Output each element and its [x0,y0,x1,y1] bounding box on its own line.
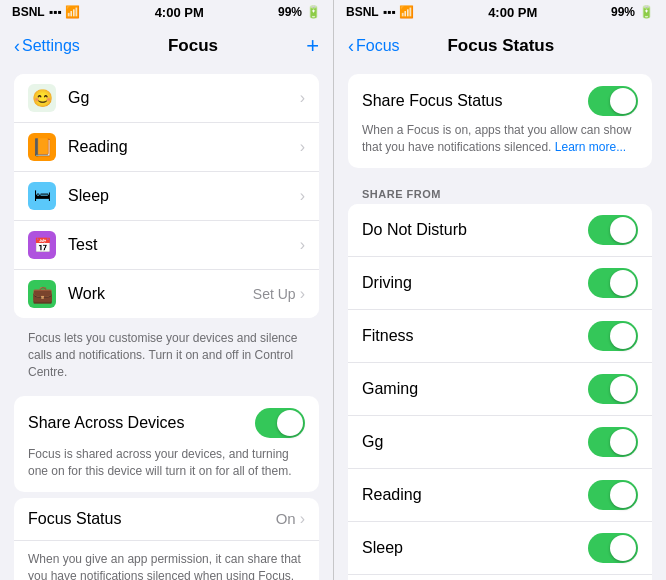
from-label-sleep: Sleep [362,539,588,557]
share-from-list: Do Not Disturb Driving Fitness Gaming Gg… [348,204,652,580]
nav-bar-right: ‹ Focus Focus Status [334,24,666,68]
sleep-toggle[interactable] [588,533,638,563]
gg-label: Gg [68,89,300,107]
status-left-right: BSNL ▪▪▪ 📶 [346,5,414,19]
setup-label: Set Up [253,286,296,302]
focus-status-label: Focus Status [28,510,276,528]
from-item-gaming: Gaming [348,363,652,416]
chevron-back-icon: ‹ [348,36,354,57]
share-from-header: SHARE FROM [334,174,666,204]
left-content: 😊 Gg › 📙 Reading › 🛏 Sleep › 📅 Test › 💼 [0,68,333,580]
list-item-gg[interactable]: 😊 Gg › [14,74,319,123]
nav-bar-left: ‹ Settings Focus + [0,24,333,68]
focus-status-section: Focus Status On › When you give an app p… [14,498,319,580]
nav-title-right: Focus Status [447,36,554,56]
status-right-left: 99% 🔋 [278,5,321,19]
share-across-label: Share Across Devices [28,414,185,432]
share-focus-title: Share Focus Status [362,92,503,110]
focus-status-value: On [276,510,296,527]
status-bar-left: BSNL ▪▪▪ 📶 4:00 PM 99% 🔋 [0,0,333,24]
from-label-fitness: Fitness [362,327,588,345]
share-across-desc: Focus is shared across your devices, and… [28,446,305,480]
share-focus-toggle[interactable] [588,86,638,116]
signal-icon-right: ▪▪▪ [383,5,396,19]
fitness-toggle[interactable] [588,321,638,351]
list-item-reading[interactable]: 📙 Reading › [14,123,319,172]
back-button-left[interactable]: ‹ Settings [14,36,80,57]
chevron-icon: › [300,187,305,205]
sleep-label: Sleep [68,187,300,205]
chevron-icon: › [300,89,305,107]
share-across-row: Share Across Devices [28,408,305,438]
list-item-sleep[interactable]: 🛏 Sleep › [14,172,319,221]
from-label-dnd: Do Not Disturb [362,221,588,239]
status-right-right: 99% 🔋 [611,5,654,19]
reading-toggle[interactable] [588,480,638,510]
battery-icon-right: 🔋 [639,5,654,19]
learn-more-link[interactable]: Learn more... [555,140,626,154]
share-focus-desc: When a Focus is on, apps that you allow … [362,122,638,156]
chevron-icon: › [300,510,305,528]
chevron-icon: › [300,285,305,303]
back-label-right: Focus [356,37,400,55]
from-item-driving: Driving [348,257,652,310]
focus-status-row[interactable]: Focus Status On › [14,498,319,541]
focus-footer-text: Focus lets you customise your devices an… [0,324,333,390]
carrier-left: BSNL [12,5,45,19]
reading-icon: 📙 [28,133,56,161]
signal-icon: ▪▪▪ [49,5,62,19]
list-item-test[interactable]: 📅 Test › [14,221,319,270]
left-panel: BSNL ▪▪▪ 📶 4:00 PM 99% 🔋 ‹ Settings Focu… [0,0,333,580]
from-label-reading: Reading [362,486,588,504]
wifi-icon-right: 📶 [399,5,414,19]
focus-list: 😊 Gg › 📙 Reading › 🛏 Sleep › 📅 Test › 💼 [14,74,319,318]
from-item-sleep: Sleep [348,522,652,575]
work-icon: 💼 [28,280,56,308]
sleep-icon: 🛏 [28,182,56,210]
wifi-icon: 📶 [65,5,80,19]
focus-status-footer: When you give an app permission, it can … [14,541,319,580]
from-item-reading: Reading [348,469,652,522]
reading-label: Reading [68,138,300,156]
from-item-gg: Gg [348,416,652,469]
add-focus-button[interactable]: + [306,33,319,59]
battery-right: 99% [611,5,635,19]
status-bar-right: BSNL ▪▪▪ 📶 4:00 PM 99% 🔋 [334,0,666,24]
from-item-fitness: Fitness [348,310,652,363]
status-left: BSNL ▪▪▪ 📶 [12,5,80,19]
battery-icon-left: 🔋 [306,5,321,19]
test-label: Test [68,236,300,254]
chevron-icon: › [300,236,305,254]
from-label-gaming: Gaming [362,380,588,398]
test-icon: 📅 [28,231,56,259]
share-focus-row: Share Focus Status [362,86,638,116]
share-across-toggle[interactable] [255,408,305,438]
gg-icon: 😊 [28,84,56,112]
back-label-left: Settings [22,37,80,55]
right-panel: BSNL ▪▪▪ 📶 4:00 PM 99% 🔋 ‹ Focus Focus S… [333,0,666,580]
gaming-toggle[interactable] [588,374,638,404]
toggle-thumb [610,88,636,114]
from-label-driving: Driving [362,274,588,292]
carrier-right: BSNL [346,5,379,19]
battery-left: 99% [278,5,302,19]
from-item-test: Test [348,575,652,580]
from-label-gg: Gg [362,433,588,451]
right-content: Share Focus Status When a Focus is on, a… [334,68,666,580]
driving-toggle[interactable] [588,268,638,298]
chevron-icon: › [300,138,305,156]
back-button-right[interactable]: ‹ Focus [348,36,400,57]
chevron-left-icon: ‹ [14,36,20,57]
toggle-thumb [277,410,303,436]
list-item-work[interactable]: 💼 Work Set Up › [14,270,319,318]
from-item-do-not-disturb: Do Not Disturb [348,204,652,257]
nav-title-left: Focus [168,36,218,56]
time-right: 4:00 PM [488,5,537,20]
dnd-toggle[interactable] [588,215,638,245]
work-label: Work [68,285,253,303]
gg-toggle[interactable] [588,427,638,457]
time-left: 4:00 PM [155,5,204,20]
share-across-section: Share Across Devices Focus is shared acr… [14,396,319,492]
share-focus-status-section: Share Focus Status When a Focus is on, a… [348,74,652,168]
